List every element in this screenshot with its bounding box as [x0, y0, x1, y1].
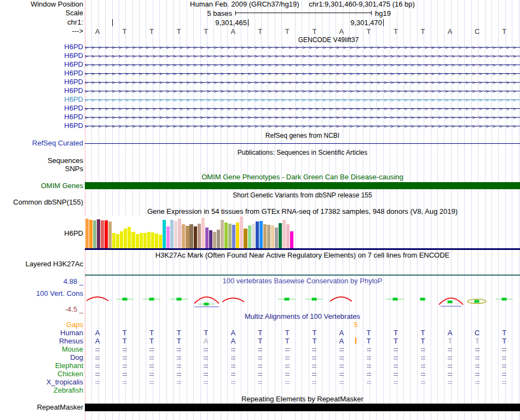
gtex-expression-bar[interactable] — [194, 226, 197, 248]
gtex-expression-bar[interactable] — [213, 232, 216, 248]
gene-row-h6pd[interactable]: >>>>>>>>>>>>>>>>>>>>>>>>>>>>>>>>>>>>>>>>… — [85, 71, 520, 77]
track-label-rhesus[interactable]: Rhesus — [59, 337, 83, 345]
gtex-expression-bar[interactable] — [286, 224, 290, 248]
gtex-expression-bar[interactable] — [198, 224, 201, 248]
track-label-h6pd[interactable]: H6PD — [64, 122, 83, 130]
gene-row-h6pd[interactable]: >>>>>>>>>>>>>>>>>>>>>>>>>>>>>>>>>>>>>>>>… — [85, 97, 520, 103]
gtex-expression-bar[interactable] — [221, 220, 224, 248]
conservation-track[interactable] — [85, 293, 520, 311]
gtex-expression-bar[interactable] — [248, 225, 251, 248]
gtex-expression-bar[interactable] — [85, 219, 89, 248]
track-label-elephant[interactable]: Elephant — [55, 362, 83, 370]
gtex-expression-bar[interactable] — [256, 221, 259, 248]
gtex-expression-bar[interactable] — [275, 228, 278, 248]
gtex-expression-bar[interactable] — [240, 217, 243, 248]
track-label-h6pd[interactable]: H6PD — [64, 52, 83, 60]
gtex-expression-bar[interactable] — [186, 226, 189, 248]
gene-row-h6pd[interactable]: >>>>>>>>>>>>>>>>>>>>>>>>>>>>>>>>>>>>>>>>… — [85, 45, 520, 50]
track-label-common-dbsnp[interactable]: Common dbSNP(155) — [13, 199, 83, 206]
track-label-h6pd[interactable]: H6PD — [64, 78, 83, 86]
track-label-zebrafish[interactable]: Zebrafish — [54, 387, 83, 394]
gtex-expression-bar[interactable] — [271, 225, 274, 248]
gtex-expression-bar[interactable] — [174, 221, 177, 248]
gtex-expression-bar[interactable] — [252, 224, 255, 248]
gene-row-h6pd[interactable]: >>>>>>>>>>>>>>>>>>>>>>>>>>>>>>>>>>>>>>>>… — [85, 115, 520, 120]
track-label-h6pd[interactable]: H6PD — [64, 113, 83, 121]
track-label-h6pd[interactable]: H6PD — [64, 87, 83, 95]
gtex-expression-bar[interactable] — [205, 228, 209, 248]
gtex-expression-bar[interactable] — [244, 229, 247, 248]
gtex-expression-bar[interactable] — [120, 231, 123, 248]
gtex-expression-bar[interactable] — [189, 224, 193, 248]
gtex-expression-bar[interactable] — [140, 233, 143, 248]
track-label-gtex-h6pd[interactable]: H6PD — [64, 230, 83, 237]
gene-row-h6pd[interactable]: >>>>>>>>>>>>>>>>>>>>>>>>>>>>>>>>>>>>>>>>… — [85, 89, 520, 94]
gtex-expression-bar[interactable] — [97, 219, 100, 248]
track-label-snps[interactable]: SNPs — [65, 165, 83, 173]
track-label-sequences[interactable]: Sequences — [48, 157, 83, 165]
gtex-expression-bar[interactable] — [159, 235, 162, 248]
refseq-curated-line[interactable] — [85, 143, 520, 144]
track-label-h6pd[interactable]: H6PD — [64, 61, 83, 68]
gtex-expression-bar[interactable] — [155, 234, 158, 248]
gtex-expression-bar[interactable] — [108, 221, 112, 248]
gtex-expression-bar[interactable] — [259, 221, 263, 248]
track-label-h6pd[interactable]: H6PD — [64, 96, 83, 103]
gene-row-h6pd[interactable]: >>>>>>>>>>>>>>>>>>>>>>>>>>>>>>>>>>>>>>>>… — [85, 62, 520, 68]
track-label-mouse[interactable]: Mouse — [62, 346, 83, 353]
track-label-h6pd[interactable]: H6PD — [64, 104, 83, 112]
gene-row-h6pd[interactable]: >>>>>>>>>>>>>>>>>>>>>>>>>>>>>>>>>>>>>>>>… — [85, 106, 520, 112]
gtex-expression-bar[interactable] — [170, 220, 174, 248]
gtex-expression-bar[interactable] — [232, 225, 235, 248]
gtex-expression-bar[interactable] — [224, 223, 228, 248]
gtex-expression-bar[interactable] — [101, 220, 104, 248]
repeatmasker-bar[interactable] — [85, 404, 520, 411]
track-label-gaps[interactable]: Gaps — [66, 321, 83, 329]
gtex-expression-bar[interactable] — [131, 232, 135, 248]
gtex-expression-bar[interactable] — [263, 224, 267, 248]
gtex-expression-bar[interactable] — [112, 233, 115, 248]
gtex-expression-bar[interactable] — [217, 230, 220, 248]
gtex-expression-bar[interactable] — [279, 223, 282, 248]
track-label-omim-genes[interactable]: OMIM Genes — [41, 182, 83, 189]
gtex-expression-bar[interactable] — [105, 220, 108, 248]
gene-row-h6pd[interactable]: >>>>>>>>>>>>>>>>>>>>>>>>>>>>>>>>>>>>>>>>… — [85, 124, 520, 129]
track-label-refseq-curated[interactable]: RefSeq Curated — [32, 139, 83, 147]
gtex-expression-bar[interactable] — [124, 229, 127, 248]
gtex-expression-bar[interactable] — [128, 227, 131, 248]
gtex-expression-bar[interactable] — [178, 219, 181, 248]
gtex-expression-bar[interactable] — [147, 232, 151, 248]
gene-row-h6pd[interactable]: >>>>>>>>>>>>>>>>>>>>>>>>>>>>>>>>>>>>>>>>… — [85, 54, 520, 59]
track-label-h6pd[interactable]: H6PD — [64, 43, 83, 51]
alignment-gap-marker — [285, 365, 290, 368]
track-label-x-tropicalis[interactable]: X_tropicalis — [47, 378, 83, 386]
gtex-expression-bar[interactable] — [136, 234, 139, 248]
gtex-expression-bar[interactable] — [282, 220, 286, 248]
gtex-expression-bar[interactable] — [89, 220, 93, 248]
track-label-dog[interactable]: Dog — [70, 354, 83, 361]
track-label-layered-h3k27ac[interactable]: Layered H3K27Ac — [25, 260, 83, 268]
gtex-expression-bar[interactable] — [151, 232, 154, 248]
gtex-expression-bar[interactable] — [163, 220, 166, 248]
gtex-expression-bar[interactable] — [143, 233, 147, 248]
track-label-100-vert-cons[interactable]: 100 Vert. Cons — [36, 290, 83, 298]
gtex-expression-bar[interactable] — [290, 231, 293, 248]
gtex-track-title: Gene Expression in 54 tissues from GTEx … — [85, 208, 520, 215]
gtex-expression-bar[interactable] — [182, 224, 185, 248]
gtex-expression-bar[interactable] — [166, 226, 170, 248]
track-label-h6pd[interactable]: H6PD — [64, 69, 83, 77]
gene-row-h6pd[interactable]: >>>>>>>>>>>>>>>>>>>>>>>>>>>>>>>>>>>>>>>>… — [85, 80, 520, 85]
alignment-gap-marker — [475, 365, 479, 368]
gencode-track-title: GENCODE V49lift37 — [85, 36, 520, 44]
gtex-expression-bar[interactable] — [236, 223, 239, 248]
gtex-expression-bar[interactable] — [93, 220, 96, 248]
gtex-expression-bar[interactable] — [201, 218, 205, 248]
track-label-repeatmasker[interactable]: RepeatMasker — [37, 404, 83, 411]
track-label-human[interactable]: Human — [60, 329, 83, 337]
omim-genes-bar[interactable] — [85, 182, 520, 189]
gtex-expression-bar[interactable] — [116, 234, 119, 248]
gtex-expression-bar[interactable] — [228, 224, 232, 248]
gtex-expression-bar[interactable] — [267, 225, 270, 248]
gtex-expression-bar[interactable] — [209, 230, 212, 248]
track-label-chicken[interactable]: Chicken — [57, 370, 83, 378]
